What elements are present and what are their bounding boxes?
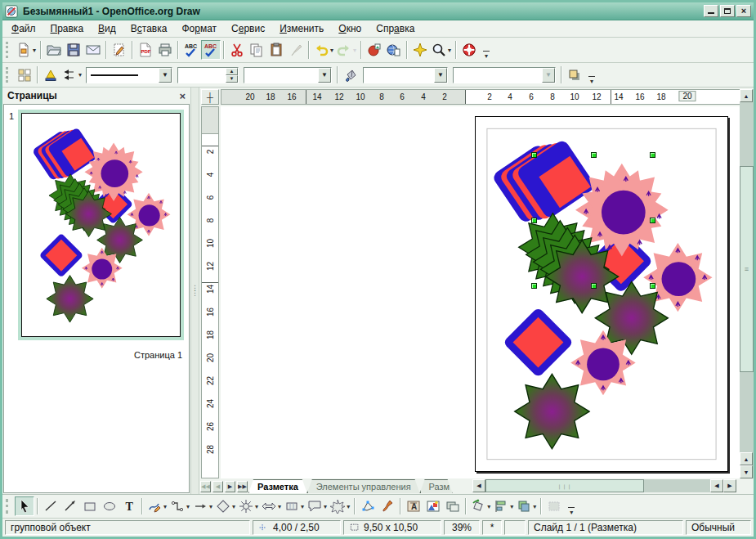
- horizontal-ruler[interactable]: 20181614121086422468101214161820: [221, 89, 741, 105]
- undo-button[interactable]: ▾: [312, 40, 335, 60]
- area-style-select[interactable]: ▼: [363, 67, 448, 83]
- toolbar-overflow-button[interactable]: ▾: [586, 65, 597, 85]
- menu-item-5[interactable]: Сервис: [224, 21, 272, 36]
- select-button[interactable]: [15, 496, 34, 516]
- line-width-spinner[interactable]: ▲▼: [177, 67, 239, 83]
- callouts-button[interactable]: ▾: [306, 496, 329, 516]
- copy-button[interactable]: [247, 40, 266, 60]
- vertical-scrollbar[interactable]: ▲ ≡ ▲ ▼: [740, 89, 754, 478]
- text-button[interactable]: T: [119, 496, 139, 516]
- scroll-down-icon[interactable]: ▼: [740, 465, 753, 478]
- first-page-button[interactable]: ◀◀: [200, 481, 211, 492]
- selection-handle[interactable]: [650, 218, 655, 223]
- line-color-select-dropdown-icon[interactable]: ▼: [318, 68, 331, 83]
- tab-layout[interactable]: Разметка: [248, 479, 307, 493]
- effects-button[interactable]: [544, 496, 564, 516]
- area-style-select-dropdown-icon[interactable]: ▼: [434, 68, 447, 83]
- line-button[interactable]: [41, 496, 60, 516]
- format-paintbrush-button[interactable]: [286, 40, 306, 60]
- fontwork-button[interactable]: A: [404, 496, 423, 516]
- panel-close-icon[interactable]: ×: [179, 90, 186, 102]
- rotate-button[interactable]: ▾: [469, 496, 492, 516]
- selection-handle[interactable]: [591, 283, 597, 289]
- gallery-images-button[interactable]: [443, 496, 463, 516]
- horizontal-scroll-thumb[interactable]: ❘❘❘: [485, 479, 644, 492]
- scroll-up2-icon[interactable]: ▲: [740, 452, 753, 465]
- line-color-select[interactable]: ▼: [244, 67, 332, 83]
- block-arrows-button[interactable]: ▾: [260, 496, 283, 516]
- scroll-right-icon[interactable]: ▶: [723, 479, 736, 492]
- horizontal-scrollbar[interactable]: ◀ ❘❘❘ ◀ ▶: [472, 479, 736, 492]
- save-button[interactable]: [64, 40, 83, 60]
- toolbar-grip[interactable]: [6, 499, 11, 514]
- spin-up-icon[interactable]: ▲: [226, 68, 238, 75]
- lines-arrows-button[interactable]: ▾: [191, 496, 214, 516]
- navigator-button[interactable]: [410, 40, 430, 60]
- flowchart-button[interactable]: ▾: [283, 496, 306, 516]
- edit-points-button[interactable]: [358, 496, 378, 516]
- menu-item-1[interactable]: Правка: [43, 21, 92, 36]
- selection-handle[interactable]: [650, 283, 655, 289]
- scroll-up-icon[interactable]: ▲: [740, 89, 753, 102]
- area-fill-select[interactable]: ▼: [453, 67, 556, 83]
- zoom-button[interactable]: ▾: [430, 40, 453, 60]
- next-page-button[interactable]: ▶: [225, 481, 235, 492]
- open-button[interactable]: [44, 40, 64, 60]
- drawing-page[interactable]: [475, 116, 728, 472]
- line-style-select[interactable]: ▼: [86, 67, 172, 83]
- toolbar-grip[interactable]: [6, 42, 11, 58]
- toolbar-overflow-button[interactable]: ▾: [481, 40, 492, 60]
- selection-handle[interactable]: [531, 283, 537, 289]
- shadow-button[interactable]: [565, 65, 584, 85]
- menu-item-4[interactable]: Формат: [174, 21, 224, 36]
- paste-button[interactable]: [266, 40, 286, 60]
- export-pdf-button[interactable]: PDF: [136, 40, 155, 60]
- scroll-left-icon[interactable]: ◀: [472, 479, 485, 492]
- maximize-button[interactable]: [720, 5, 735, 17]
- selection-handle[interactable]: [591, 152, 597, 158]
- gallery-button[interactable]: [365, 40, 384, 60]
- menu-item-8[interactable]: Справка: [369, 21, 422, 36]
- menu-item-0[interactable]: Файл: [4, 21, 43, 36]
- close-button[interactable]: ×: [736, 5, 751, 17]
- vertical-scroll-thumb[interactable]: ≡: [740, 166, 754, 372]
- edit-file-button[interactable]: [110, 40, 129, 60]
- tab-dimension-lines[interactable]: Разм: [420, 479, 453, 493]
- tab-controls[interactable]: Элементы управления: [307, 479, 420, 493]
- panel-splitter[interactable]: ⋮⋮: [190, 88, 199, 494]
- selection-handle[interactable]: [650, 152, 655, 158]
- menu-item-7[interactable]: Окно: [331, 21, 369, 36]
- menu-item-6[interactable]: Изменить: [272, 21, 331, 36]
- line-style-select-dropdown-icon[interactable]: ▼: [159, 68, 172, 83]
- vertical-ruler[interactable]: 246810121416182022242628: [201, 106, 219, 478]
- line-arrow-button[interactable]: [60, 496, 80, 516]
- ellipse-button[interactable]: [100, 496, 119, 516]
- rectangle-button[interactable]: [80, 496, 100, 516]
- glue-points-button[interactable]: [378, 496, 397, 516]
- auto-spellcheck-button[interactable]: ABC: [201, 40, 221, 60]
- align-button[interactable]: ▾: [492, 496, 515, 516]
- connector-button[interactable]: ▾: [168, 496, 191, 516]
- arrange-button[interactable]: ▾: [515, 496, 538, 516]
- drawing-viewport[interactable]: [221, 106, 740, 478]
- line-dialog-button[interactable]: [41, 65, 60, 85]
- area-fill-select-dropdown-icon[interactable]: ▼: [542, 68, 555, 83]
- symbol-shapes-button[interactable]: ▾: [237, 496, 260, 516]
- menu-item-2[interactable]: Вид: [91, 21, 123, 36]
- curve-button[interactable]: ▾: [145, 496, 168, 516]
- print-button[interactable]: [155, 40, 175, 60]
- help-button[interactable]: [459, 40, 479, 60]
- send-email-button[interactable]: [83, 40, 103, 60]
- status-zoom[interactable]: 39%: [444, 520, 480, 535]
- hyperlink-button[interactable]: [384, 40, 404, 60]
- line-width-spinner-value[interactable]: [178, 68, 226, 83]
- last-page-button[interactable]: ▶▶: [237, 481, 248, 492]
- redo-button[interactable]: ▾: [335, 40, 358, 60]
- new-document-button[interactable]: ▾: [15, 40, 38, 60]
- toolbar-overflow-button[interactable]: ▾: [566, 496, 577, 516]
- toolbar-grip[interactable]: [6, 67, 11, 83]
- cut-button[interactable]: [227, 40, 247, 60]
- scroll-left2-icon[interactable]: ◀: [710, 479, 723, 492]
- stars-button[interactable]: ▾: [329, 496, 351, 516]
- previous-page-button[interactable]: ◀: [212, 481, 223, 492]
